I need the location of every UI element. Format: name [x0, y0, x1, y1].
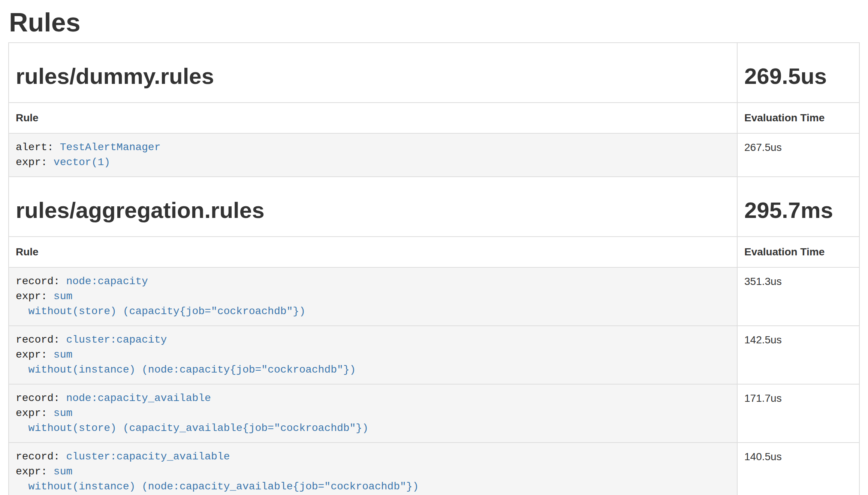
- rule-code-line: without(instance) (node:capacity{job="co…: [16, 362, 730, 377]
- group-header-row: rules/aggregation.rules 295.7ms: [9, 177, 859, 237]
- group-file-cell: rules/aggregation.rules: [9, 177, 737, 237]
- group-eval-time-cell: 269.5us: [737, 43, 859, 103]
- group-eval-time: 295.7ms: [744, 198, 852, 223]
- rule-link[interactable]: without(instance) (node:capacity{job="co…: [28, 364, 356, 376]
- rule-keyword: record:: [16, 451, 66, 462]
- rule-code-line: alert: TestAlertManager: [16, 140, 730, 155]
- rule-link[interactable]: sum: [54, 407, 72, 419]
- rule-eval-time: 267.5us: [737, 133, 859, 177]
- rule-link[interactable]: sum: [54, 466, 72, 477]
- page-title: Rules: [9, 8, 860, 37]
- group-eval-time-cell: 295.7ms: [737, 177, 859, 237]
- column-header-eval-time: Evaluation Time: [737, 103, 859, 133]
- rule-link[interactable]: TestAlertManager: [60, 142, 161, 153]
- rule-code-line: record: cluster:capacity_available: [16, 449, 730, 464]
- group-file-name: rules/dummy.rules: [16, 64, 730, 89]
- rule-keyword: record:: [16, 392, 66, 404]
- rule-code-line: expr: sum: [16, 347, 730, 362]
- column-header-row: Rule Evaluation Time: [9, 103, 859, 133]
- rule-code-line: expr: sum: [16, 464, 730, 479]
- rule-link[interactable]: node:capacity: [66, 276, 148, 287]
- rule-keyword: [16, 364, 28, 376]
- rule-eval-time: 171.7us: [737, 384, 859, 443]
- rule-link[interactable]: cluster:capacity: [66, 334, 167, 346]
- rule-link[interactable]: cluster:capacity_available: [66, 451, 230, 462]
- rule-code-line: without(instance) (node:capacity_availab…: [16, 479, 730, 494]
- rule-keyword: alert:: [16, 142, 60, 153]
- rule-cell: alert: TestAlertManagerexpr: vector(1): [9, 133, 737, 177]
- rule-cell: record: node:capacity_availableexpr: sum…: [9, 384, 737, 443]
- group-header-row: rules/dummy.rules 269.5us: [9, 43, 859, 103]
- rules-table: rules/dummy.rules 269.5us Rule Evaluatio…: [8, 42, 860, 495]
- rule-eval-time: 142.5us: [737, 326, 859, 384]
- rule-row: record: node:capacity_availableexpr: sum…: [9, 384, 859, 443]
- rule-row: record: node:capacityexpr: sum without(s…: [9, 267, 859, 326]
- rule-keyword: expr:: [16, 466, 54, 477]
- rule-code-line: record: cluster:capacity: [16, 332, 730, 347]
- rule-link[interactable]: node:capacity_available: [66, 392, 211, 404]
- rule-link[interactable]: without(store) (capacity_available{job="…: [28, 422, 368, 434]
- rule-eval-time: 351.3us: [737, 267, 859, 326]
- rule-row: record: cluster:capacity_availableexpr: …: [9, 443, 859, 495]
- rule-keyword: record:: [16, 334, 66, 346]
- rule-link[interactable]: sum: [54, 349, 72, 361]
- rule-link[interactable]: vector(1): [54, 157, 110, 168]
- rule-keyword: expr:: [16, 291, 54, 302]
- rule-code-line: without(store) (capacity{job="cockroachd…: [16, 304, 730, 319]
- group-file-cell: rules/dummy.rules: [9, 43, 737, 103]
- rule-keyword: expr:: [16, 157, 54, 168]
- rule-keyword: [16, 306, 28, 317]
- rule-eval-time: 140.5us: [737, 443, 859, 495]
- rule-row: record: cluster:capacityexpr: sum withou…: [9, 326, 859, 384]
- rule-link[interactable]: without(store) (capacity{job="cockroachd…: [28, 306, 305, 317]
- rule-code-line: record: node:capacity: [16, 274, 730, 289]
- rule-row: alert: TestAlertManagerexpr: vector(1) 2…: [9, 133, 859, 177]
- rule-code-line: expr: sum: [16, 406, 730, 421]
- column-header-eval-time: Evaluation Time: [737, 237, 859, 267]
- rule-code-line: expr: vector(1): [16, 155, 730, 170]
- column-header-rule: Rule: [9, 103, 737, 133]
- rule-code-line: expr: sum: [16, 289, 730, 304]
- column-header-rule: Rule: [9, 237, 737, 267]
- rule-cell: record: cluster:capacity_availableexpr: …: [9, 443, 737, 495]
- rule-cell: record: node:capacityexpr: sum without(s…: [9, 267, 737, 326]
- group-eval-time: 269.5us: [744, 64, 852, 89]
- rule-keyword: expr:: [16, 349, 54, 361]
- rule-cell: record: cluster:capacityexpr: sum withou…: [9, 326, 737, 384]
- group-file-name: rules/aggregation.rules: [16, 198, 730, 223]
- rule-link[interactable]: sum: [54, 291, 72, 302]
- rule-code-line: record: node:capacity_available: [16, 391, 730, 406]
- rule-keyword: [16, 422, 28, 434]
- rule-keyword: [16, 481, 28, 492]
- rule-code-line: without(store) (capacity_available{job="…: [16, 421, 730, 436]
- rule-keyword: record:: [16, 276, 66, 287]
- column-header-row: Rule Evaluation Time: [9, 237, 859, 267]
- rule-keyword: expr:: [16, 407, 54, 419]
- rule-link[interactable]: without(instance) (node:capacity_availab…: [28, 481, 419, 492]
